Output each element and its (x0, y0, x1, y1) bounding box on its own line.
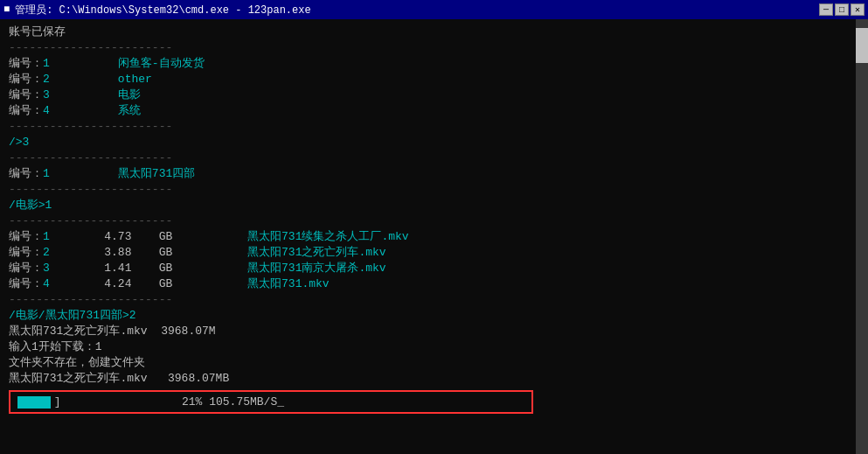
divider-6: ------------------------ (9, 292, 859, 308)
title-bar: ■ 管理员: C:\Windows\System32\cmd.exe - 123… (0, 0, 868, 19)
scrollbar-thumb[interactable] (856, 28, 868, 63)
minimize-button[interactable]: ─ (819, 3, 833, 16)
divider-4: ------------------------ (9, 182, 859, 198)
title-bar-buttons: ─ □ ✕ (819, 3, 865, 16)
line-file-1: 编号：1 4.73 GB 黑太阳731续集之杀人工厂.mkv (9, 229, 859, 245)
progress-percent: 21% 105.75MB/S_ (182, 395, 284, 409)
maximize-button[interactable]: □ (835, 3, 849, 16)
line-filesize: 黑太阳731之死亡列车.mkv 3968.07MB (9, 371, 859, 387)
scrollbar[interactable] (856, 19, 868, 454)
window: ■ 管理员: C:\Windows\System32\cmd.exe - 123… (0, 0, 868, 454)
line-nav-movie: /电影>1 (9, 198, 859, 213)
line-entry-1: 编号：1 闲鱼客-自动发货 (9, 56, 859, 72)
line-entry-2: 编号：2 other (9, 72, 859, 87)
line-entry-4: 编号：4 系统 (9, 103, 859, 119)
line-input-start: 输入1开始下载：1 (9, 339, 859, 355)
divider-3: ------------------------ (9, 150, 859, 166)
line-file-3: 编号：3 1.41 GB 黑太阳731南京大屠杀.mkv (9, 261, 859, 276)
line-account-saved: 账号已保存 (9, 24, 859, 40)
line-file-2: 编号：2 3.88 GB 黑太阳731之死亡列车.mkv (9, 245, 859, 261)
close-button[interactable]: ✕ (851, 3, 865, 16)
progress-bar-fill (17, 396, 51, 409)
line-entry-3: 编号：3 电影 (9, 87, 859, 103)
line-input-3: />3 (9, 135, 859, 150)
divider-1: ------------------------ (9, 40, 859, 56)
divider-2: ------------------------ (9, 119, 859, 135)
cmd-icon: ■ (3, 3, 10, 16)
progress-bar-track: ] (17, 396, 175, 409)
line-create-folder: 文件夹不存在，创建文件夹 (9, 355, 859, 371)
progress-bracket-close: ] (54, 395, 61, 409)
line-file-4: 编号：4 4.24 GB 黑太阳731.mkv (9, 276, 859, 292)
title-bar-left: ■ 管理员: C:\Windows\System32\cmd.exe - 123… (3, 3, 311, 17)
console-area: 账号已保存 ------------------------ 编号：1 闲鱼客-… (0, 19, 868, 454)
progress-bar-container: ] 21% 105.75MB/S_ (17, 395, 524, 409)
progress-box: ] 21% 105.75MB/S_ (9, 390, 533, 414)
line-filename: 黑太阳731之死亡列车.mkv 3968.07M (9, 324, 859, 339)
line-nav-subfolder: /电影/黑太阳731四部>2 (9, 308, 859, 324)
title-text: 管理员: C:\Windows\System32\cmd.exe - 123pa… (15, 3, 310, 17)
line-movie-entry-1: 编号：1 黑太阳731四部 (9, 166, 859, 182)
divider-5: ------------------------ (9, 213, 859, 229)
